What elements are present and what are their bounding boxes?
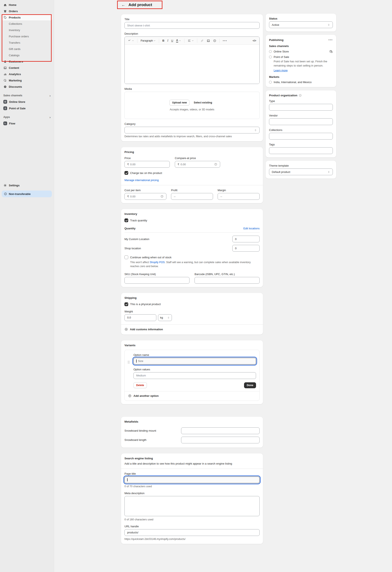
publishing-more-button[interactable]: ••• xyxy=(329,38,333,42)
sidebar-item-analytics[interactable]: Analytics xyxy=(2,71,52,77)
non-transferable-notice[interactable]: Non-transferable xyxy=(2,191,52,197)
option-name-label: Option name xyxy=(133,353,256,356)
continue-selling-checkbox[interactable] xyxy=(125,255,128,259)
description-label: Description xyxy=(125,32,260,35)
markets-value: India, International, and Mexico xyxy=(274,80,312,84)
back-arrow-icon[interactable]: ← xyxy=(121,3,125,7)
alignment-button[interactable] xyxy=(187,38,195,43)
add-customs-info-button[interactable]: Add customs information xyxy=(125,328,260,331)
insert-video-button[interactable] xyxy=(212,38,217,43)
url-handle-input[interactable] xyxy=(125,529,260,536)
cost-per-item-input[interactable]: ₹ 0.00 xyxy=(125,193,166,200)
product-organization-card: Product organization Type Vendor Collect… xyxy=(266,90,336,157)
compare-at-price-input[interactable]: ₹ 0.00 xyxy=(175,161,220,168)
collections-input[interactable] xyxy=(269,133,333,140)
sidebar-item-orders[interactable]: Orders xyxy=(2,8,52,14)
content-icon xyxy=(3,66,7,70)
page-title: Add product xyxy=(128,2,152,7)
metafield-input-snowboard-binding-mount[interactable] xyxy=(181,428,260,434)
tags-input[interactable] xyxy=(269,147,333,154)
profit-input[interactable]: -- xyxy=(171,193,213,200)
sidebar-item-home[interactable]: Home xyxy=(2,2,52,8)
sidebar-item-products[interactable]: Products xyxy=(2,15,52,21)
sidebar-item-content[interactable]: Content xyxy=(2,65,52,71)
media-dropzone[interactable]: Upload new Select existing Accepts image… xyxy=(125,92,260,119)
margin-input[interactable]: -- xyxy=(218,193,260,200)
weight-input[interactable] xyxy=(125,314,156,321)
barcode-label: Barcode (ISBN, UPC, GTIN, etc.) xyxy=(195,272,260,276)
select-existing-button[interactable]: Select existing xyxy=(191,100,215,106)
edit-locations-link[interactable]: Edit locations xyxy=(243,227,260,230)
continue-selling-label: Continue selling when out of stock xyxy=(130,256,172,259)
add-another-option-button[interactable]: Add another option xyxy=(127,391,256,398)
charge-tax-checkbox[interactable] xyxy=(125,171,128,175)
sidebar-item-point-of-sale[interactable]: Point of Sale xyxy=(2,105,52,111)
sidebar-item-flow[interactable]: Flow xyxy=(2,120,52,127)
status-select[interactable]: Active xyxy=(269,21,333,28)
more-formatting-button[interactable]: ••• xyxy=(222,38,228,43)
sidebar-item-purchase-orders[interactable]: Purchase orders xyxy=(2,33,52,39)
drag-handle-icon[interactable] xyxy=(127,353,131,388)
shopify-pos-link[interactable]: Shopify POS xyxy=(150,261,165,264)
upload-new-button[interactable]: Upload new xyxy=(169,100,189,106)
tags-label: Tags xyxy=(269,143,333,146)
manage-international-pricing-link[interactable]: Manage international pricing xyxy=(125,179,159,182)
quantity-input-shop-location[interactable] xyxy=(232,245,260,252)
metafield-input-snowboard-length[interactable] xyxy=(181,437,260,443)
category-select[interactable] xyxy=(125,127,260,133)
text-caret xyxy=(127,478,127,481)
barcode-input[interactable] xyxy=(195,277,260,284)
online-store-label: Online Store xyxy=(9,100,25,103)
done-option-button[interactable]: Done xyxy=(244,382,256,388)
underline-button[interactable]: U xyxy=(170,38,174,43)
theme-template-select[interactable]: Default product xyxy=(269,169,333,175)
schedule-calendar-clock-icon[interactable] xyxy=(329,50,333,53)
price-input[interactable]: ₹ 0.00 xyxy=(125,161,170,168)
type-input[interactable] xyxy=(269,104,333,111)
sidebar-item-inventory[interactable]: Inventory xyxy=(2,27,52,33)
ai-sparkle-button[interactable] xyxy=(127,38,135,43)
page-title-input[interactable] xyxy=(125,477,260,483)
description-textarea[interactable] xyxy=(125,45,259,84)
sidebar-item-collections[interactable]: Collections xyxy=(2,21,52,27)
italic-button[interactable]: I xyxy=(166,38,169,43)
delete-option-button[interactable]: Delete xyxy=(133,382,147,388)
track-quantity-checkbox[interactable] xyxy=(125,218,128,222)
sidebar-item-online-store[interactable]: Online Store xyxy=(2,99,52,105)
meta-description-textarea[interactable] xyxy=(125,496,260,516)
currency-symbol: ₹ xyxy=(127,195,129,198)
paragraph-style-dropdown[interactable]: Paragraph xyxy=(140,38,157,43)
apps-header[interactable]: Apps › xyxy=(2,114,52,120)
sidebar-item-transfers[interactable]: Transfers xyxy=(2,40,52,46)
chevron-down-icon xyxy=(179,39,181,42)
sidebar-item-settings[interactable]: Settings xyxy=(2,182,52,189)
sales-channels-header[interactable]: Sales channels › xyxy=(2,93,52,98)
sku-input[interactable] xyxy=(125,277,189,284)
vendor-input[interactable] xyxy=(269,118,333,125)
title-input[interactable] xyxy=(125,22,260,29)
quantity-input-my-custom-location[interactable] xyxy=(232,236,260,242)
help-question-icon[interactable] xyxy=(160,195,164,198)
learn-more-link[interactable]: Learn more xyxy=(274,69,287,72)
link-button[interactable] xyxy=(199,38,205,43)
physical-product-checkbox[interactable] xyxy=(125,302,128,306)
sidebar-item-gift-cards[interactable]: Gift cards xyxy=(2,46,52,52)
product-organization-title: Product organization xyxy=(269,94,297,97)
weight-unit-select[interactable]: kg xyxy=(158,314,172,321)
non-transferable-label: Non-transferable xyxy=(9,192,31,196)
text-color-button[interactable]: A xyxy=(175,38,182,43)
info-icon[interactable] xyxy=(299,94,302,97)
sidebar-item-label: Products xyxy=(9,16,21,19)
sidebar-item-marketing[interactable]: Marketing xyxy=(2,78,52,83)
sidebar-item-catalogs[interactable]: Catalogs xyxy=(2,52,52,58)
sidebar-item-discounts[interactable]: Discounts xyxy=(2,84,52,90)
option-value-input[interactable] xyxy=(133,372,256,379)
add-customs-info-label: Add customs information xyxy=(130,328,163,331)
option-name-input[interactable]: Size xyxy=(133,358,256,365)
sidebar-item-customers[interactable]: Customers xyxy=(2,59,52,65)
insert-image-button[interactable] xyxy=(206,38,211,43)
pos-setup-note: Point of Sale has not been set up. Finis… xyxy=(274,59,331,68)
help-question-icon[interactable] xyxy=(214,163,217,166)
show-html-button[interactable]: </> xyxy=(251,38,257,43)
bold-button[interactable]: B xyxy=(161,38,165,43)
